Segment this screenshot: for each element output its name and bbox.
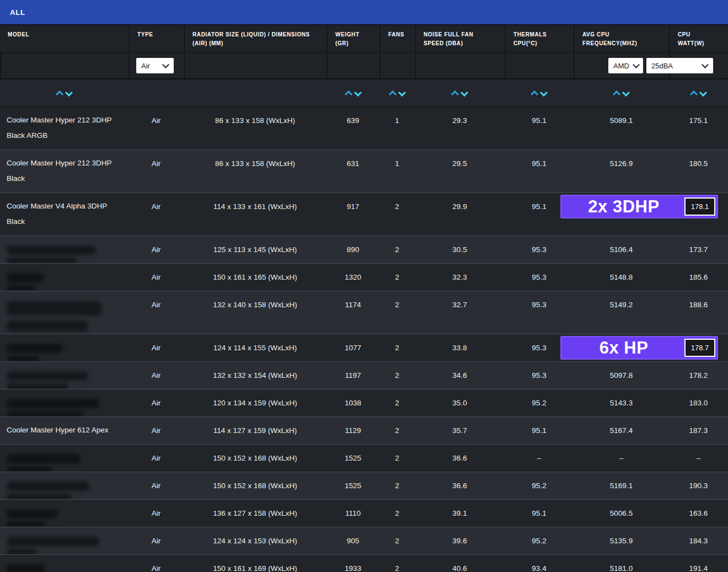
sort-desc-icon[interactable] [65,88,73,96]
cell-type: Air [129,555,184,572]
sort-cell-weight [326,79,379,106]
cell-freq: 5148.8 [574,264,669,291]
promo-badge: 2x 3DHP178.1 [560,195,718,218]
column-header-line: AVG CPU [582,30,663,39]
cell-radiator: 150 x 152 x 168 (WxLxH) [184,472,326,499]
cell-freq: – [574,445,669,472]
cell-type: Air [129,417,184,444]
sort-control-freq[interactable] [613,86,630,100]
sort-desc-icon[interactable] [354,88,361,96]
type-filter-value: Air [141,62,150,70]
sort-control-weight[interactable] [345,86,362,100]
sort-control-fans[interactable] [389,86,406,100]
cell-weight: 1077 [326,334,379,361]
cell-radiator: 125 x 113 x 145 (WxLxH) [184,236,326,263]
sort-asc-icon[interactable] [388,90,396,98]
cell-model [0,362,129,389]
sort-asc-icon[interactable] [344,90,352,98]
noise-filter-select[interactable]: 25dBA [646,58,713,73]
column-header-watt: CPUWATT(W) [669,25,728,52]
cell-freq: 5149.2 [574,291,669,334]
type-filter-select[interactable]: Air [136,58,174,73]
table-row: Air136 x 127 x 158 (WxLxH)1110239.195.15… [0,499,728,527]
redacted-model-name [7,549,38,554]
sort-control-watt[interactable] [690,86,707,100]
cell-noise: 32.3 [415,264,505,291]
cell-noise: 39.1 [415,500,505,527]
cell-model [0,472,129,499]
cell-freq: 5126.9 [574,150,669,193]
table-row: Cooler Master V4 Alpha 3DHPBlackAir114 x… [0,193,728,236]
column-header-line: TYPE [137,30,178,39]
column-header-line: RADIATOR SIZE (LIQUID) / DIMENSIONS [192,30,321,39]
cell-fans: 2 [379,500,415,527]
cell-model [0,389,129,416]
cell-thermals: 95.3 [505,291,574,334]
sort-cell-freq [574,79,669,106]
cell-radiator: 120 x 134 x 159 (WxLxH) [184,389,326,416]
cell-radiator: 150 x 161 x 165 (WxLxH) [184,264,326,291]
cell-thermals: 95.2 [505,389,574,416]
column-header-line: CPU [678,30,722,39]
promo-badge-watt-value: 178.1 [684,197,715,216]
sort-asc-icon[interactable] [690,90,698,98]
filter-cell-model [0,53,129,78]
cell-model [0,236,129,263]
platform-filter-select[interactable]: AMD [608,58,643,73]
sort-desc-icon[interactable] [540,88,548,96]
table-row: Air124 x 124 x 153 (WxLxH)905239.695.251… [0,527,728,554]
cell-watt: 190.3 [669,472,728,499]
redacted-model-name [7,273,44,282]
cell-type: Air [129,236,184,263]
sort-desc-icon[interactable] [398,88,405,96]
cell-noise: 29.9 [415,193,505,236]
cell-thermals: – [505,445,574,472]
column-header-line: SPEED (DBA) [424,39,499,48]
sort-asc-icon[interactable] [56,90,63,98]
sort-desc-icon[interactable] [622,88,630,96]
cell-radiator: 132 x 132 x 154 (WxLxH) [184,362,326,389]
column-header-line: WEIGHT [335,30,374,39]
cell-thermals: 95.3 [505,264,574,291]
model-name-line: Cooler Master Hyper 212 3DHP [7,113,129,128]
sort-asc-icon[interactable] [451,90,459,98]
sort-control-model[interactable] [56,86,73,100]
column-header-line: (AIR) (MM) [192,39,321,48]
cell-noise: 32.7 [415,291,505,334]
redacted-model-name [7,301,101,316]
table-sort-row [0,79,728,107]
cell-noise: 30.5 [415,236,505,263]
promo-badge-watt-value: 178.7 [684,339,715,357]
redacted-model-name [7,521,45,527]
redacted-model-name [7,466,52,472]
cell-fans: 2 [379,472,415,499]
cell-freq: 5106.4 [574,236,669,263]
cell-freq: 5006.5 [574,500,669,527]
sort-desc-icon[interactable] [461,88,468,96]
cell-watt: 175.1 [669,107,728,149]
cell-fans: 2 [379,417,415,444]
sort-asc-icon[interactable] [531,90,538,98]
table-row: Air150 x 152 x 168 (WxLxH)1525236.6––– [0,444,728,472]
cell-freq: 5169.1 [574,472,669,499]
column-header-line: CPU(°C) [513,39,568,48]
cell-radiator: 150 x 152 x 168 (WxLxH) [184,445,326,472]
sort-cell-type [129,79,184,106]
sort-asc-icon[interactable] [613,90,620,98]
model-name-line: Cooler Master Hyper 212 3DHP [7,156,129,171]
noise-filter-value: 25dBA [651,62,673,70]
tab-all[interactable]: ALL [0,0,728,25]
sort-control-noise[interactable] [451,86,468,100]
cell-type: Air [129,107,184,149]
sort-control-thermals[interactable] [531,86,548,100]
cell-weight: 631 [326,150,379,193]
cell-type: Air [129,527,184,554]
cell-weight: 1038 [326,389,379,416]
redacted-model-name [7,411,84,416]
column-header-line: MODEL [8,30,123,39]
cell-model [0,334,129,361]
cell-watt: 173.7 [669,236,728,263]
sort-cell-noise [415,79,505,106]
sort-desc-icon[interactable] [699,88,707,96]
cell-watt: – [669,445,728,472]
